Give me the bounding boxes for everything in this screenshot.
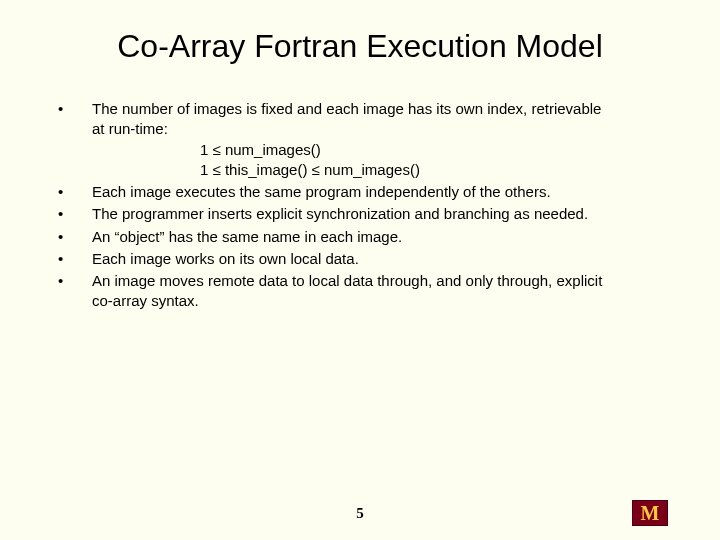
bullet-item: The number of images is fixed and each i… — [52, 99, 672, 180]
bullet-subline: 1 ≤ this_image() ≤ num_images() — [200, 160, 672, 180]
bullet-text: An “object” has the same name in each im… — [92, 228, 402, 245]
bullet-text: The number of images is fixed and each i… — [92, 100, 601, 117]
bullet-text: An image moves remote data to local data… — [92, 272, 602, 289]
bullet-item: Each image executes the same program ind… — [52, 182, 672, 202]
bullet-text: The programmer inserts explicit synchron… — [92, 205, 588, 222]
bullet-list: The number of images is fixed and each i… — [48, 99, 672, 312]
bullet-item: An “object” has the same name in each im… — [52, 227, 672, 247]
bullet-item: Each image works on its own local data. — [52, 249, 672, 269]
university-logo: M — [632, 500, 668, 526]
bullet-text: co-array syntax. — [92, 292, 199, 309]
slide: Co-Array Fortran Execution Model The num… — [0, 0, 720, 540]
bullet-text: at run-time: — [92, 120, 168, 137]
bullet-item: The programmer inserts explicit synchron… — [52, 204, 672, 224]
logo-letter: M — [632, 500, 668, 526]
bullet-subline: 1 ≤ num_images() — [200, 140, 672, 160]
bullet-text: Each image works on its own local data. — [92, 250, 359, 267]
bullet-item: An image moves remote data to local data… — [52, 271, 672, 312]
page-number: 5 — [0, 505, 720, 522]
bullet-text: Each image executes the same program ind… — [92, 183, 551, 200]
slide-title: Co-Array Fortran Execution Model — [48, 28, 672, 65]
